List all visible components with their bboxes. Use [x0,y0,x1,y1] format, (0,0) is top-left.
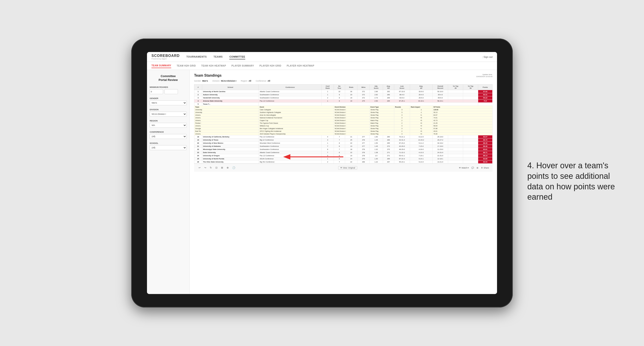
sub-nav: TEAM SUMMARY TEAM H2H GRID TEAM H2H HEAT… [147,62,497,70]
tooltip-data-row: Univers. 2023 Sahalee Players Championsh… [194,133,492,135]
nav-item-teams[interactable]: TEAMS [214,54,222,59]
tooltip-data-row: Florida I The Cypress Point Classic NCAA… [194,122,492,125]
table-row[interactable]: 23 Duke University Atlantic Coast Confer… [194,151,492,154]
watch-button[interactable]: 👁 Watch ▾ [459,167,469,169]
tooltip-data-row: Univers. Williams Cup NCAA Division I St… [194,125,492,127]
nav-item-tournaments[interactable]: TOURNAMENTS [186,54,207,59]
filter-gender-value: Men's [202,80,208,82]
sub-nav-team-h2h-grid[interactable]: TEAM H2H GRID [176,64,196,68]
rank-cell: 1 [194,90,202,93]
filter-conference-value: All [268,80,270,82]
view-icon: 👁 [340,167,342,169]
points-cell[interactable]: 88.14 [478,154,492,157]
settings-button[interactable]: ⊡ [214,166,218,170]
points-cell[interactable]: 93.31 [478,93,492,96]
filter-region-label: Region: [241,80,248,82]
expand-button[interactable]: ⊞ [476,167,478,169]
points-cell[interactable]: 83.07 [478,135,492,139]
comment-button[interactable]: 💬 [472,167,474,169]
table-row[interactable]: 18 University of California, Berkeley Pa… [194,135,492,139]
sub-nav-team-h2h-heatmap[interactable]: TEAM H2H HEATMAP [201,64,226,68]
table-header-row: # School Conference ConfRank NoTour Rnds… [194,84,492,90]
nav-item-committee[interactable]: COMMITTEE [229,54,245,59]
table-row[interactable]: 22 Mississippi State University Southeas… [194,148,492,151]
refresh-button[interactable]: ↻ [209,166,213,170]
nav-items: TOURNAMENTS TEAMS COMMITTEE [186,54,482,59]
standings-table: # School Conference ConfRank NoTour Rnds… [194,84,492,164]
gender-select[interactable]: Men's Women's [150,100,187,105]
tooltip-header-row: Team Event Event Division Event Type Rou… [194,106,492,108]
points-cell-highlighted[interactable]: 79.5 [478,100,492,103]
th-overall-record: OverallRecord [432,84,448,90]
division-select[interactable]: NCAA Division I NCAA Division II NCAA Di… [150,112,187,117]
tablet-screen: SCOREBOARD Powered by clipp'd TOURNAMENT… [147,52,497,294]
division-label: Division [150,108,187,111]
table-row[interactable]: 2 Auburn University Southeastern Confere… [194,93,492,96]
school-select[interactable]: (All) [150,145,187,150]
table-row[interactable]: 3 Vanderbilt University Southeastern Con… [194,96,492,100]
sub-nav-team-summary[interactable]: TEAM SUMMARY [152,63,171,68]
table-row[interactable]: 26 The Ohio State University Big Ten Con… [194,161,492,164]
conf-cell: Atlantic Coast Conference [259,90,322,93]
sidebar-minimum-rounds: Minimum Rounds [150,86,187,94]
add-button[interactable]: ⊕ [226,166,230,170]
th-points: Points [478,84,492,90]
main-content: CommitteePortal Review Minimum Rounds Ge… [147,70,497,294]
points-cell[interactable]: 88.70 [478,139,492,142]
clock-icon: 🕐 [231,166,236,170]
filter-division-value: NCAA Division I [221,80,236,82]
panel-title: Team Standings [194,73,222,78]
points-cell[interactable]: 90.22 [478,96,492,100]
tooltip-data-row: Univers. Amer An Intercollegiate NCAA Di… [194,114,492,117]
region-select[interactable]: N/A East West [150,123,187,128]
th-wins: Wins [358,84,370,90]
filter-division: Division: NCAA Division I [212,80,236,82]
logo-text: SCOREBOARD [152,54,180,58]
filter-division-label: Division: [212,80,220,82]
points-cell[interactable]: 80.94 [478,161,492,164]
table-row[interactable]: 25 University of North Florida ASUN Conf… [194,157,492,161]
minimum-rounds-label: Minimum Rounds [150,86,187,88]
points-cell[interactable]: 97.02 [478,90,492,93]
points-cell[interactable]: 83.89 [478,157,492,161]
sub-nav-player-summary[interactable]: PLAYER SUMMARY [231,64,254,68]
th-rank: # [194,84,202,90]
filter-gender: Gender: Men's [194,80,208,82]
th-school: School [202,84,259,90]
minimum-rounds-min-input[interactable] [150,89,163,94]
tooltip-data-row: University Cabo Collegiate NCAA Division… [194,108,492,111]
sidebar-division: Division NCAA Division I NCAA Division I… [150,108,187,117]
annotation-text: 4. Hover over a team's points to see add… [527,161,617,202]
table-row[interactable]: 19 University of Texas Big 12 Conference… [194,139,492,142]
filter-region: Region: All [241,80,251,82]
points-cell[interactable]: 83.81 [478,148,492,151]
filters-row: Gender: Men's Division: NCAA Division I … [194,80,492,82]
sub-nav-player-h2h-heatmap[interactable]: PLAYER H2H HEATMAP [287,64,314,68]
conference-select[interactable]: (All) [150,134,187,139]
toolbar-right: 👁 Watch ▾ 💬 ⊞ ⬆ Share [459,167,489,169]
points-cell[interactable]: 88.48 [478,145,492,148]
th-low-score: LowScore [394,84,410,90]
view-original-button[interactable]: 👁 View: Original [338,166,357,170]
toolbar-left: ↩ ↪ ↻ ⊡ ⊞ ⊕ 🕐 [198,166,236,170]
table-row[interactable]: 5 Texas T... [194,103,492,106]
share-button[interactable]: ⬆ Share [481,167,489,169]
points-cell[interactable]: 88.71 [478,151,492,154]
table-row[interactable]: 20 University of New Mexico Mountain Wes… [194,142,492,145]
th-conference: Conference [259,84,322,90]
redo-button[interactable]: ↪ [203,166,207,170]
gender-label: Gender [150,97,187,100]
points-cell[interactable]: 88.49 [478,142,492,145]
crop-button[interactable]: ⊞ [220,166,224,170]
table-row highlighted-row[interactable]: 4 Arizona State University Pac-12 Confer… [194,100,492,103]
table-row[interactable]: 1 University of North Carolina Atlantic … [194,90,492,93]
table-row[interactable]: 21 University of Alabama Southeastern Co… [194,145,492,148]
minimum-rounds-max-input[interactable] [164,89,178,94]
top-nav: SCOREBOARD Powered by clipp'd TOURNAMENT… [147,52,497,62]
sign-out-button[interactable]: Sign out [482,56,492,58]
sub-nav-player-h2h-grid[interactable]: PLAYER H2H GRID [260,64,282,68]
filter-conference-label: Conference: [256,80,266,82]
table-row[interactable]: 24 University of Oregon Pac-12 Conferenc… [194,154,492,157]
school-cell: University of North Carolina [202,90,259,93]
undo-button[interactable]: ↩ [198,166,202,170]
